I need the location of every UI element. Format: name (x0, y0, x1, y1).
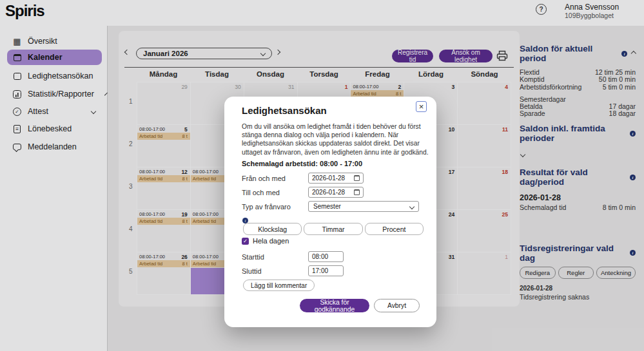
mode-hours-button[interactable]: Timmar (304, 223, 362, 235)
absence-type-label: Typ av frånvaro (242, 203, 291, 211)
calendar-date-icon[interactable] (354, 175, 360, 181)
absence-type-value: Semester (313, 203, 341, 210)
dialog-title: Ledighetsansökan (242, 105, 327, 116)
add-comment-button[interactable]: Lägg till kommentar (243, 280, 315, 291)
end-time-label: Sluttid (242, 267, 262, 275)
calendar-date-icon[interactable] (354, 189, 360, 195)
mode-clock-button[interactable]: Klockslag (243, 223, 302, 235)
mode-percent-button[interactable]: Procent (365, 223, 424, 235)
cancel-button[interactable]: Avbryt (374, 299, 420, 312)
from-date-value: 2026-01-28 (312, 175, 345, 182)
start-time-input[interactable]: 08:00 (308, 251, 344, 262)
to-date-value: 2026-01-28 (312, 189, 345, 196)
from-date-label: Från och med (242, 175, 286, 182)
to-date-label: Till och med (242, 189, 280, 196)
start-time-label: Starttid (242, 253, 264, 261)
full-day-checkbox-row[interactable]: ✓ Hela dagen (242, 237, 289, 245)
start-time-value: 08:00 (312, 253, 328, 260)
close-icon[interactable]: × (416, 101, 427, 112)
absence-type-select[interactable]: Semester (308, 201, 419, 212)
chevron-down-icon (409, 204, 415, 209)
from-date-input[interactable]: 2026-01-28 (308, 173, 364, 184)
to-date-input[interactable]: 2026-01-28 (308, 187, 364, 198)
leave-request-dialog: × Ledighetsansökan Om du vill ansöka om … (224, 97, 436, 327)
full-day-label: Hela dagen (253, 237, 289, 245)
end-time-input[interactable]: 17:00 (308, 265, 344, 276)
scheduled-worktime-label: Schemalagd arbetstid: 08:00 - 17:00 (242, 160, 362, 167)
end-time-value: 17:00 (312, 267, 328, 274)
dialog-body-text: Om du vill ansöka om ledighet framåt i t… (242, 122, 430, 157)
checkbox-checked-icon[interactable]: ✓ (242, 238, 249, 245)
submit-approval-button[interactable]: Skicka för godkännande (300, 299, 369, 312)
